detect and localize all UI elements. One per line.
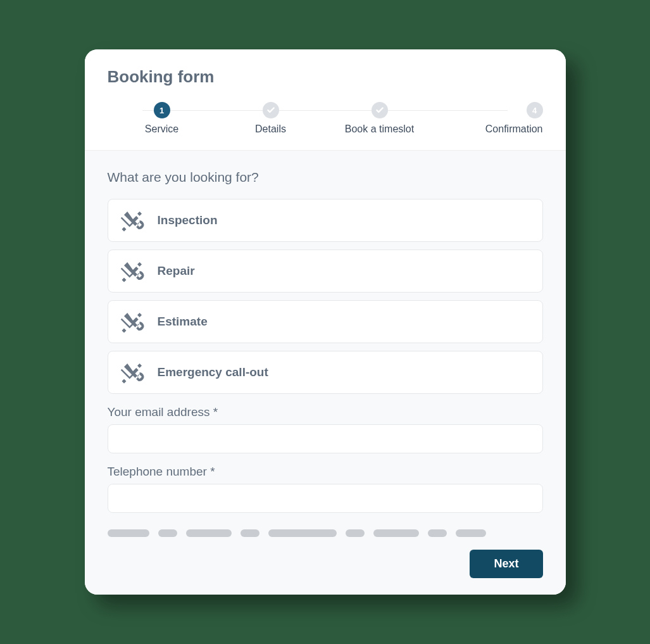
step-label: Details bbox=[255, 123, 286, 135]
option-label: Emergency call-out bbox=[158, 365, 268, 379]
placeholder-bar bbox=[158, 529, 177, 537]
stepper: 1 Service Details Book a timeslot 4 Conf… bbox=[108, 102, 543, 135]
step-indicator: 4 bbox=[527, 102, 543, 118]
option-estimate[interactable]: Estimate bbox=[108, 300, 543, 343]
step-label: Book a timeslot bbox=[345, 123, 414, 135]
stepper-line bbox=[273, 110, 377, 111]
option-inspection[interactable]: Inspection bbox=[108, 199, 543, 242]
tools-icon bbox=[120, 207, 146, 234]
step-details[interactable]: Details bbox=[216, 102, 325, 135]
check-icon bbox=[266, 106, 275, 115]
booking-card: Booking form 1 Service Details Book a ti… bbox=[85, 49, 566, 595]
placeholder-bar bbox=[428, 529, 447, 537]
telephone-field[interactable] bbox=[108, 484, 543, 513]
placeholder-bar bbox=[456, 529, 486, 537]
placeholder-bar bbox=[373, 529, 419, 537]
email-label: Your email address * bbox=[108, 405, 543, 419]
prompt-text: What are you looking for? bbox=[108, 170, 543, 185]
email-field[interactable] bbox=[108, 424, 543, 453]
next-button[interactable]: Next bbox=[470, 550, 542, 578]
placeholder-bar bbox=[186, 529, 232, 537]
page-title: Booking form bbox=[108, 67, 543, 87]
stepper-line bbox=[377, 110, 508, 111]
step-indicator bbox=[372, 102, 388, 118]
header: Booking form 1 Service Details Book a ti… bbox=[85, 49, 566, 151]
placeholder-bar bbox=[108, 529, 149, 537]
step-timeslot[interactable]: Book a timeslot bbox=[325, 102, 434, 135]
step-label: Confirmation bbox=[485, 123, 543, 135]
placeholder-bar bbox=[241, 529, 259, 537]
placeholder-bar bbox=[346, 529, 365, 537]
tools-icon bbox=[120, 359, 146, 386]
step-indicator: 1 bbox=[154, 102, 170, 118]
telephone-label: Telephone number * bbox=[108, 465, 543, 479]
tools-icon bbox=[120, 258, 146, 284]
option-repair[interactable]: Repair bbox=[108, 249, 543, 293]
option-label: Estimate bbox=[158, 315, 208, 329]
placeholder-bar bbox=[268, 529, 337, 537]
step-label: Service bbox=[145, 123, 178, 135]
form-body: What are you looking for? Inspection Rep… bbox=[85, 151, 566, 595]
step-service[interactable]: 1 Service bbox=[108, 102, 216, 135]
footer: Next bbox=[108, 550, 543, 578]
placeholder-row bbox=[108, 529, 543, 537]
option-label: Inspection bbox=[158, 213, 218, 227]
option-emergency[interactable]: Emergency call-out bbox=[108, 351, 543, 394]
step-confirmation[interactable]: 4 Confirmation bbox=[434, 102, 543, 135]
step-indicator bbox=[263, 102, 279, 118]
check-icon bbox=[375, 106, 384, 115]
tools-icon bbox=[120, 308, 146, 335]
option-label: Repair bbox=[158, 264, 195, 278]
